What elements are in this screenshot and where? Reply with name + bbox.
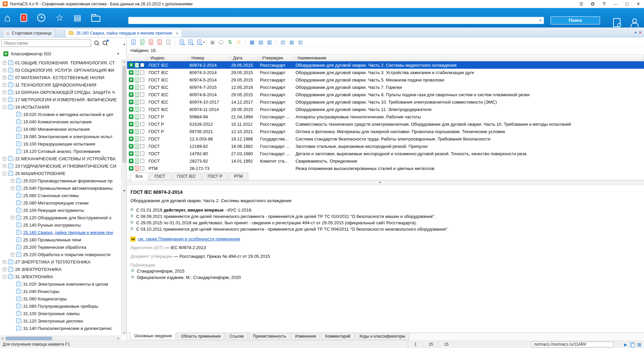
detail-tab[interactable]: Преемственность: [249, 333, 290, 340]
tree-item[interactable]: 19.060 Механические испытания: [0, 125, 121, 133]
sort-icon[interactable]: ⇅: [227, 39, 233, 45]
tree-item[interactable]: +25.120 Оборудование для бесстружечной о: [0, 214, 121, 221]
tree-item[interactable]: +07 МАТЕМАТИКА. ЕСТЕСТВЕННЫЕ НАУКИ: [0, 74, 121, 81]
column-header[interactable]: ∕Наименование: [293, 55, 644, 61]
layout-columns-icon[interactable]: ▥: [297, 39, 304, 45]
row-checkbox[interactable]: [140, 85, 144, 89]
tree-item[interactable]: +29 ЭЛЕКТРОТЕХНИКА: [0, 266, 121, 273]
row-checkbox[interactable]: [140, 115, 144, 119]
maximize-button[interactable]: [621, 0, 633, 8]
doc-green-icon[interactable]: [139, 39, 145, 45]
filter-tab[interactable]: РТМ: [229, 173, 248, 180]
row-checkbox[interactable]: [140, 144, 144, 148]
minimize-button[interactable]: [610, 0, 621, 8]
tree-item[interactable]: 19.100 Неразрушающие испытания: [0, 140, 121, 148]
expand-icon[interactable]: +: [3, 157, 6, 161]
scroll-up-icon[interactable]: [122, 59, 127, 64]
collapse-icon[interactable]: −: [3, 172, 6, 175]
tree-item[interactable]: +13 ОХРАНА ОКРУЖАЮЩЕЙ СРЕДЫ, ЗАЩИТА Ч: [0, 89, 121, 96]
tree-horizontal-scrollbar[interactable]: [0, 336, 121, 341]
folders-icon[interactable]: [91, 16, 100, 22]
tree-vertical-scrollbar[interactable]: [121, 59, 126, 335]
tree-item[interactable]: −25 МАШИНОСТРОЕНИЕ: [0, 170, 121, 177]
tree-item[interactable]: +27 ЭНЕРГЕТИКА И ТЕПЛОТЕХНИКА: [0, 258, 121, 266]
scroll-left-icon[interactable]: [0, 336, 5, 341]
folder-search-filter-icon[interactable]: [102, 40, 108, 46]
menu-icon[interactable]: [576, 0, 587, 8]
tree-item[interactable]: 31.120 Электронные дисплеи: [0, 317, 121, 325]
collapse-icon[interactable]: −: [3, 105, 6, 109]
table-row[interactable]: ГОСТ14792-8027.03.1980Госстандарт ...Дет…: [127, 150, 644, 157]
classifier-dropdown-icon[interactable]: [117, 52, 119, 56]
expand-icon[interactable]: +: [11, 216, 14, 220]
close-tab-icon[interactable]: [639, 30, 642, 35]
tab-close-icon[interactable]: ×: [176, 31, 178, 36]
tree-item[interactable]: 31.020 Электронные компоненты в целом: [0, 280, 121, 288]
scroll-down-icon[interactable]: [122, 330, 127, 335]
table-row[interactable]: ГОСТ IEC60974-8-201429.05.2015Росстандар…: [127, 91, 644, 98]
detail-tab[interactable]: Изменения: [291, 333, 320, 340]
scrollbar-thumb[interactable]: [5, 337, 52, 340]
filter-tab[interactable]: ГОСТ Р: [202, 173, 228, 180]
tree-item[interactable]: 19.040 Климатические испытания: [0, 118, 121, 125]
warning-icon[interactable]: ⚠: [235, 39, 242, 45]
tree-item[interactable]: 25.180 Промышленные печи: [0, 236, 121, 243]
document-tab[interactable]: 25.160 Сварка, пайка твердым и мягким пр…: [65, 29, 182, 37]
grid-view-icon[interactable]: [637, 342, 641, 347]
tree-item[interactable]: 31.140 Пьезоэлектрические и диэлектричес: [0, 325, 121, 332]
row-checkbox[interactable]: [140, 166, 144, 170]
detail-tab[interactable]: Коды и классификаторы: [356, 333, 409, 340]
row-checkbox[interactable]: [140, 100, 144, 104]
row-checkbox[interactable]: [140, 152, 144, 156]
tree-item[interactable]: 25.100 Режущие инструменты: [0, 207, 121, 214]
row-checkbox[interactable]: [140, 93, 144, 97]
folder-search-icon[interactable]: [94, 40, 100, 46]
expand-icon[interactable]: +: [3, 76, 6, 79]
folder-search-input[interactable]: [1, 39, 91, 47]
doc-red-icon[interactable]: [156, 39, 163, 45]
help-icon[interactable]: [598, 0, 610, 8]
row-checkbox[interactable]: [140, 137, 144, 141]
doc-pdf-icon[interactable]: [148, 39, 154, 45]
table-row[interactable]: ГОСТ Р51526-201215.11.2012РосстандартСов…: [127, 120, 644, 128]
collapse-sidebar-icon[interactable]: [123, 189, 126, 192]
tree-item[interactable]: +25.220 Обработка и покрытие поверхности: [0, 251, 121, 258]
table-row[interactable]: ГОСТ IEC60974-5-201429.05.2015Росстандар…: [127, 76, 644, 83]
classifier-root[interactable]: N Классификатор ISO: [0, 50, 126, 58]
tree-item[interactable]: 31.040 Резисторы: [0, 288, 121, 295]
collapse-sidebar-icon[interactable]: [123, 43, 126, 46]
document-search-icon[interactable]: [613, 18, 621, 27]
row-checkbox[interactable]: [140, 129, 144, 133]
tree-item[interactable]: 25.200 Термическая обработка: [0, 243, 121, 251]
journal-icon[interactable]: [74, 14, 82, 22]
row-checkbox[interactable]: [140, 78, 144, 82]
important-docs-icon[interactable]: !: [20, 14, 27, 22]
detail-tab[interactable]: Основные сведения: [130, 333, 176, 340]
tree-item[interactable]: −31 ЭЛЕКТРОНИКА: [0, 273, 121, 280]
expand-icon[interactable]: +: [3, 164, 6, 168]
search-input[interactable]: [128, 17, 544, 24]
collapse-icon[interactable]: −: [3, 275, 6, 279]
row-checkbox[interactable]: [140, 122, 144, 126]
tree-item[interactable]: 25.160 Сварка, пайка твердым и мягким пр…: [0, 229, 121, 236]
layout-left-icon[interactable]: ▥: [280, 39, 286, 45]
tree-item[interactable]: +23 ГИДРАВЛИЧЕСКИЕ И ПНЕВМАТИЧЕСКИЕ СИ: [0, 162, 121, 170]
table-row[interactable]: ГОСТ Р59735-202112.10.2021РосстандартОпт…: [127, 128, 644, 135]
expand-icon[interactable]: +: [11, 253, 14, 256]
table-detail-splitter[interactable]: [127, 180, 644, 185]
search-button[interactable]: Поиск: [550, 16, 600, 24]
column-header[interactable]: ∕Дата: [229, 55, 258, 61]
tree-item[interactable]: 25.140 Ручные инструменты: [0, 221, 121, 229]
doc-list-icon[interactable]: ▥: [266, 39, 273, 45]
tree-item[interactable]: +25.020 Производственные формовочные пр: [0, 177, 121, 184]
collapse-detail-icon[interactable]: [379, 181, 381, 184]
expand-icon[interactable]: +: [3, 68, 6, 72]
row-checkbox[interactable]: [140, 107, 144, 111]
select-all-icon[interactable]: ▣: [209, 39, 216, 45]
tree-item[interactable]: +11 ТЕХНОЛОГИЯ ЗДРАВООХРАНЕНИЯ: [0, 81, 121, 89]
tree-item[interactable]: +01 ОБЩИЕ ПОЛОЖЕНИЯ. ТЕРМИНОЛОГИЯ. СТ: [0, 59, 121, 66]
table-row[interactable]: ГОСТ29273-9214.01.1992Комитет ста...Свар…: [127, 157, 644, 165]
history-icon[interactable]: [37, 14, 45, 22]
tree-item[interactable]: 31.100 Электронные лампы: [0, 310, 121, 317]
close-button[interactable]: [633, 0, 644, 8]
